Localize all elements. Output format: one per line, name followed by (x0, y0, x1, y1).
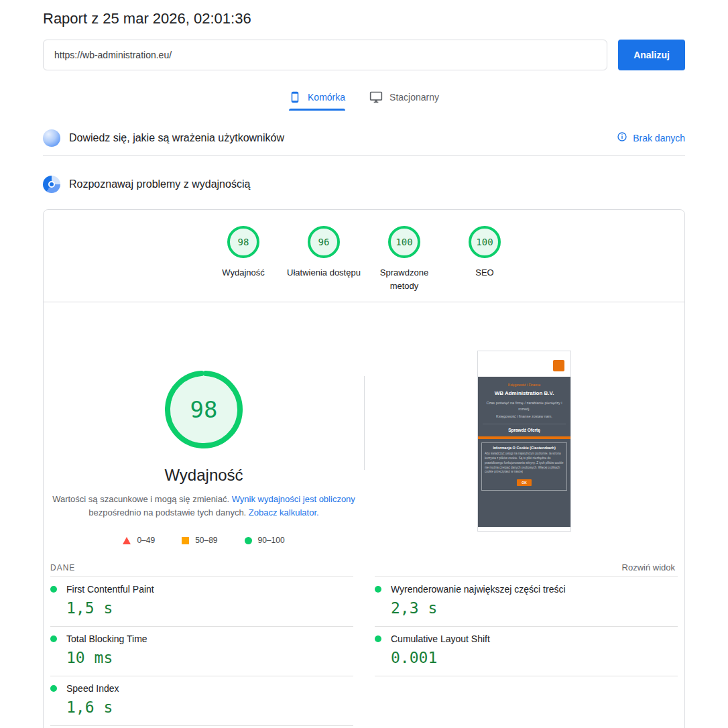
speedometer-icon (43, 176, 60, 193)
score-label: Ułatwienia dostępu (287, 266, 361, 280)
calculator-link[interactable]: Zobacz kalkulator. (249, 507, 319, 518)
thumbnail-header (478, 351, 570, 377)
metrics-section-label: DANE (50, 563, 75, 572)
cookie-banner: Informacja O Cookie (Ciasteczkach) Aby ś… (481, 442, 567, 491)
legend-label: 90–100 (258, 536, 285, 545)
site-text: Czas poświęć na firmę / zarabianie pieni… (483, 400, 566, 412)
info-icon[interactable] (617, 131, 627, 145)
square-icon (182, 537, 189, 544)
analyze-button[interactable]: Analizuj (618, 40, 685, 70)
metric-value: 1,6 s (66, 699, 353, 716)
metric-value: 2,3 s (391, 599, 678, 617)
column-divider (364, 376, 365, 470)
device-tabs: Komórka Stacjonarny (43, 90, 685, 111)
thumbnail-hero: Księgowość i Finanse WB Administration B… (478, 377, 570, 432)
desc-text: Wartości są szacunkowe i mogą się zmieni… (52, 494, 232, 504)
legend-item-average: 50–89 (182, 536, 217, 545)
calc-explainer-link[interactable]: Wynik wydajności jest obliczony (232, 494, 355, 504)
circle-icon (245, 537, 252, 544)
score-circle: 100 (469, 226, 501, 258)
score-best-practices[interactable]: 100 Sprawdzone metody (364, 226, 444, 292)
users-icon (43, 129, 60, 147)
metric-value: 1,5 s (66, 599, 353, 617)
metric-total-blocking-time: Total Blocking Time 10 ms (50, 626, 353, 676)
metric-name: First Contentful Paint (66, 584, 154, 595)
legend-label: 50–89 (195, 536, 217, 545)
site-tagline: Księgowość i Finanse (483, 383, 566, 387)
cookie-title: Informacja O Cookie (Ciasteczkach) (485, 446, 564, 450)
section-user-experience: Dowiedz się, jakie są wrażenia użytkowni… (43, 121, 685, 155)
metrics-column-right: Wyrenderowanie największej części treści… (375, 577, 678, 726)
page-screenshot-thumbnail[interactable]: Księgowość i Finanse WB Administration B… (477, 351, 571, 532)
score-performance[interactable]: 98 Wydajność (203, 226, 284, 292)
site-brand: WB Administration B.V. (483, 390, 566, 396)
metric-name: Total Blocking Time (66, 633, 147, 644)
tab-desktop-label: Stacjonarny (389, 92, 439, 103)
no-data-status[interactable]: Brak danych (617, 131, 685, 145)
site-text: Księgowość i finanse zostaw nam. (483, 414, 566, 418)
triangle-icon (123, 537, 131, 544)
cookie-ok-button: OK (517, 479, 532, 486)
score-circle: 100 (388, 226, 420, 258)
site-logo (553, 360, 564, 371)
tab-desktop[interactable]: Stacjonarny (369, 90, 439, 111)
score-accessibility[interactable]: 96 Ułatwienia dostępu (284, 226, 364, 292)
gauge-value: 98 (164, 369, 244, 450)
metric-name: Wyrenderowanie największej części treści (391, 584, 566, 595)
no-data-link[interactable]: Brak danych (633, 133, 685, 143)
desc-text: bezpośrednio na podstawie tych danych. (88, 507, 249, 518)
page-title: Raport z 25 mar 2026, 02:01:36 (43, 0, 685, 27)
pagespeed-report-page: Raport z 25 mar 2026, 02:01:36 Analizuj … (0, 0, 728, 728)
lighthouse-report-card: 98 Wydajność 96 Ułatwienia dostępu 100 S… (43, 209, 685, 728)
score-label: SEO (475, 266, 493, 280)
pass-dot-icon (375, 635, 381, 642)
metrics-header-row: DANE Rozwiń widok (44, 558, 684, 577)
legend-item-pass: 90–100 (245, 536, 285, 545)
smartphone-icon (289, 91, 301, 103)
performance-gauge: 98 (164, 369, 244, 450)
screenshot-column: Księgowość i Finanse WB Administration B… (364, 302, 684, 545)
metric-speed-index: Speed Index 1,6 s (50, 676, 353, 726)
pass-dot-icon (50, 635, 57, 642)
gauge-description: Wartości są szacunkowe i mogą się zmieni… (49, 493, 359, 520)
gauge-title: Wydajność (44, 466, 364, 485)
legend-label: 0–49 (137, 536, 155, 545)
site-cta: Sprawdź Ofertę (483, 424, 566, 432)
gauge-column: 98 Wydajność Wartości są szacunkowe i mo… (44, 302, 364, 545)
performance-summary: 98 Wydajność Wartości są szacunkowe i mo… (44, 302, 684, 558)
expand-view-link[interactable]: Rozwiń widok (622, 562, 675, 572)
score-circle: 96 (308, 226, 340, 258)
metric-name: Cumulative Layout Shift (391, 633, 490, 644)
score-seo[interactable]: 100 SEO (444, 226, 525, 292)
tab-mobile[interactable]: Komórka (289, 90, 345, 111)
category-scores: 98 Wydajność 96 Ułatwienia dostępu 100 S… (44, 210, 684, 302)
score-label: Sprawdzone metody (376, 266, 432, 292)
thumbnail-body: Księgowość i Finanse WB Administration B… (478, 377, 570, 527)
pass-dot-icon (375, 586, 381, 593)
url-input[interactable] (43, 40, 607, 70)
score-label: Wydajność (222, 266, 264, 280)
url-search-bar: Analizuj (43, 40, 685, 70)
metric-cumulative-layout-shift: Cumulative Layout Shift 0.001 (375, 626, 678, 676)
desktop-icon (369, 90, 383, 104)
score-legend: 0–49 50–89 90–100 (44, 536, 364, 545)
section-title: Rozpoznawaj problemy z wydajnością (69, 178, 250, 190)
metrics: First Contentful Paint 1,5 s Total Block… (44, 577, 684, 726)
tab-mobile-label: Komórka (308, 92, 345, 103)
metric-first-contentful-paint: First Contentful Paint 1,5 s (50, 577, 353, 626)
pass-dot-icon (50, 685, 57, 692)
orange-bar (478, 436, 570, 439)
metric-value: 10 ms (66, 649, 353, 666)
section-diagnose-performance: Rozpoznawaj problemy z wydajnością (43, 165, 685, 204)
pass-dot-icon (50, 586, 57, 593)
cookie-text: Aby świadczyć usługi na najwyższym pozio… (485, 452, 564, 475)
legend-item-fail: 0–49 (123, 536, 155, 545)
section-title: Dowiedz się, jakie są wrażenia użytkowni… (69, 132, 284, 144)
metric-value: 0.001 (391, 649, 678, 666)
section-divider (43, 155, 685, 156)
metric-largest-contentful-paint: Wyrenderowanie największej części treści… (375, 577, 678, 626)
metrics-column-left: First Contentful Paint 1,5 s Total Block… (50, 577, 353, 726)
metric-name: Speed Index (66, 683, 119, 694)
score-circle: 98 (227, 226, 259, 258)
